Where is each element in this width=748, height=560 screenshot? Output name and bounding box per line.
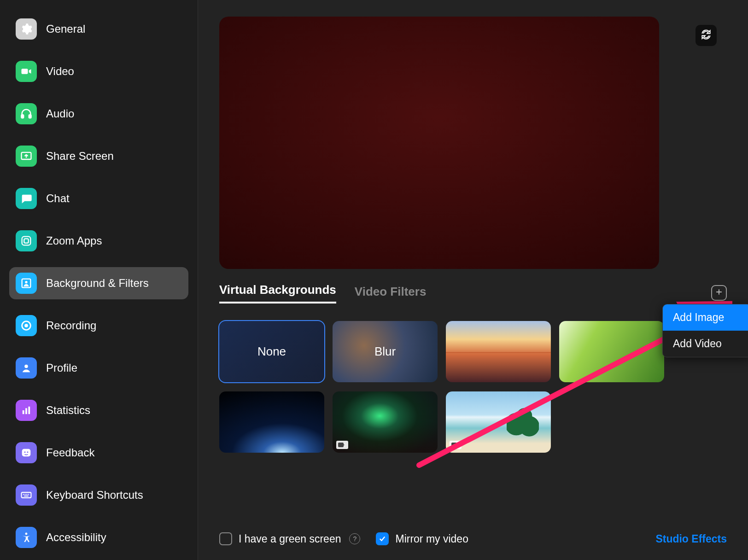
background-option-label: Blur xyxy=(374,344,396,359)
green-screen-option[interactable]: I have a green screen ? xyxy=(219,532,360,545)
sidebar-item-chat[interactable]: Chat xyxy=(9,182,188,215)
chat-icon xyxy=(16,188,37,209)
background-tabs: Virtual Backgrounds Video Filters xyxy=(219,283,727,303)
svg-rect-11 xyxy=(23,410,24,414)
plus-icon xyxy=(714,287,724,298)
svg-point-9 xyxy=(24,324,28,327)
add-background-menu: Add Image Add Video xyxy=(662,304,748,357)
background-icon xyxy=(16,273,37,294)
sidebar-item-statistics[interactable]: Statistics xyxy=(9,394,188,426)
help-icon[interactable]: ? xyxy=(349,533,360,544)
background-option-blur[interactable]: Blur xyxy=(333,321,438,382)
menu-item-add-image[interactable]: Add Image xyxy=(663,304,748,331)
gear-icon xyxy=(16,18,37,40)
add-background-button[interactable] xyxy=(711,285,727,301)
green-screen-checkbox[interactable] xyxy=(219,532,232,545)
mirror-video-option[interactable]: Mirror my video xyxy=(376,532,468,545)
share-screen-icon xyxy=(16,146,37,167)
keyboard-icon xyxy=(16,484,37,506)
sidebar-item-background-filters[interactable]: Background & Filters xyxy=(9,267,188,299)
green-screen-label: I have a green screen ? xyxy=(239,533,360,545)
svg-rect-18 xyxy=(23,494,24,495)
main-panel: Virtual Backgrounds Video Filters None B… xyxy=(198,0,748,560)
green-screen-label-text: I have a green screen xyxy=(239,533,341,545)
svg-rect-2 xyxy=(29,115,31,118)
settings-window: General Video Audio Share Screen Chat xyxy=(0,0,748,560)
svg-rect-13 xyxy=(28,407,30,414)
svg-rect-17 xyxy=(22,492,31,498)
sidebar-item-label: Recording xyxy=(46,319,96,332)
studio-effects-link[interactable]: Studio Effects xyxy=(655,533,727,545)
sidebar-item-label: Keyboard Shortcuts xyxy=(46,489,143,502)
sidebar-item-label: Zoom Apps xyxy=(46,234,102,247)
svg-rect-21 xyxy=(28,494,29,495)
svg-point-7 xyxy=(25,281,27,283)
mirror-video-checkbox[interactable] xyxy=(376,532,389,545)
sidebar-item-audio[interactable]: Audio xyxy=(9,98,188,130)
background-option-label: None xyxy=(257,344,286,359)
sidebar-item-label: Statistics xyxy=(46,404,90,417)
feedback-icon xyxy=(16,442,37,463)
svg-rect-5 xyxy=(24,239,28,243)
svg-rect-4 xyxy=(22,237,31,245)
sidebar-item-label: Feedback xyxy=(46,446,94,459)
svg-rect-22 xyxy=(24,496,28,496)
background-option-beach[interactable] xyxy=(446,391,551,453)
sidebar-item-recording[interactable]: Recording xyxy=(9,309,188,342)
sidebar-item-accessibility[interactable]: Accessibility xyxy=(9,521,188,554)
statistics-icon xyxy=(16,400,37,421)
camera-icon xyxy=(16,61,37,82)
background-option-grass[interactable] xyxy=(559,321,664,382)
video-icon xyxy=(450,441,462,449)
sidebar-item-label: Video xyxy=(46,65,74,78)
background-option-none[interactable]: None xyxy=(219,321,324,382)
sidebar-item-share-screen[interactable]: Share Screen xyxy=(9,140,188,172)
tab-virtual-backgrounds[interactable]: Virtual Backgrounds xyxy=(219,283,336,303)
sidebar-item-general[interactable]: General xyxy=(9,13,188,45)
svg-point-23 xyxy=(25,533,28,535)
svg-point-16 xyxy=(27,451,28,453)
bottom-options-row: I have a green screen ? Mirror my video … xyxy=(219,532,727,545)
background-option-aurora[interactable] xyxy=(333,391,438,453)
accessibility-icon xyxy=(16,527,37,548)
video-preview xyxy=(219,17,659,269)
apps-icon xyxy=(16,230,37,251)
svg-point-15 xyxy=(24,451,26,453)
rotate-icon xyxy=(700,29,712,42)
sidebar-item-keyboard-shortcuts[interactable]: Keyboard Shortcuts xyxy=(9,479,188,511)
background-option-bridge[interactable] xyxy=(446,321,551,382)
tab-video-filters[interactable]: Video Filters xyxy=(355,285,427,303)
background-grid: None Blur xyxy=(219,321,727,453)
sidebar-item-label: Accessibility xyxy=(46,531,106,544)
men
-item-add-video[interactable]: Add Video xyxy=(663,331,748,357)
svg-rect-20 xyxy=(26,494,27,495)
svg-rect-0 xyxy=(22,69,28,74)
sidebar-item-label: General xyxy=(46,23,85,35)
sidebar-item-zoom-apps[interactable]: Zoom Apps xyxy=(9,225,188,257)
video-preview-wrap xyxy=(219,17,727,269)
sidebar-item-label: Audio xyxy=(46,107,74,120)
sidebar-item-label: Chat xyxy=(46,192,70,205)
svg-point-10 xyxy=(24,365,28,368)
svg-rect-19 xyxy=(25,494,26,495)
sidebar-item-feedback[interactable]: Feedback xyxy=(9,437,188,469)
sidebar-item-label: Share Screen xyxy=(46,150,114,163)
rotate-camera-button[interactable] xyxy=(695,25,717,46)
settings-sidebar: General Video Audio Share Screen Chat xyxy=(0,0,198,560)
svg-rect-1 xyxy=(22,115,24,118)
sidebar-item-profile[interactable]: Profile xyxy=(9,352,188,384)
sidebar-item-label: Background & Filters xyxy=(46,277,149,290)
record-icon xyxy=(16,315,37,336)
svg-rect-14 xyxy=(22,449,31,456)
mirror-video-label: Mirror my video xyxy=(395,533,468,545)
sidebar-item-label: Profile xyxy=(46,362,77,374)
video-icon xyxy=(336,441,348,449)
profile-icon xyxy=(16,357,37,379)
sidebar-item-video[interactable]: Video xyxy=(9,55,188,88)
headphones-icon xyxy=(16,103,37,124)
background-option-earth[interactable] xyxy=(219,391,324,453)
svg-rect-12 xyxy=(25,408,27,414)
